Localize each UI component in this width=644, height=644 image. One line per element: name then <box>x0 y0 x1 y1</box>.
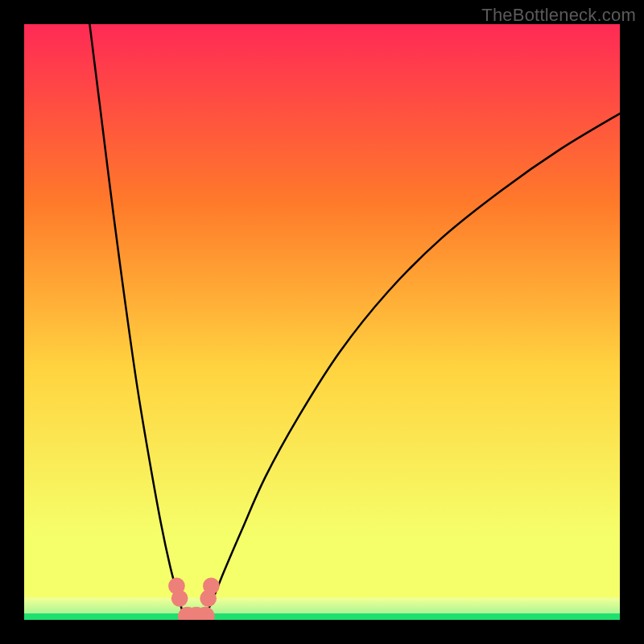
watermark-text: TheBottleneck.com <box>481 5 636 26</box>
plot-area <box>24 24 620 620</box>
chart-svg <box>24 24 620 620</box>
chart-frame: TheBottleneck.com <box>0 0 644 644</box>
baseline-band <box>24 613 620 620</box>
marker-right-dot-lower <box>200 590 217 607</box>
gradient-bg <box>24 24 620 620</box>
blend-band <box>24 597 620 613</box>
marker-left-dot-lower <box>171 590 188 607</box>
